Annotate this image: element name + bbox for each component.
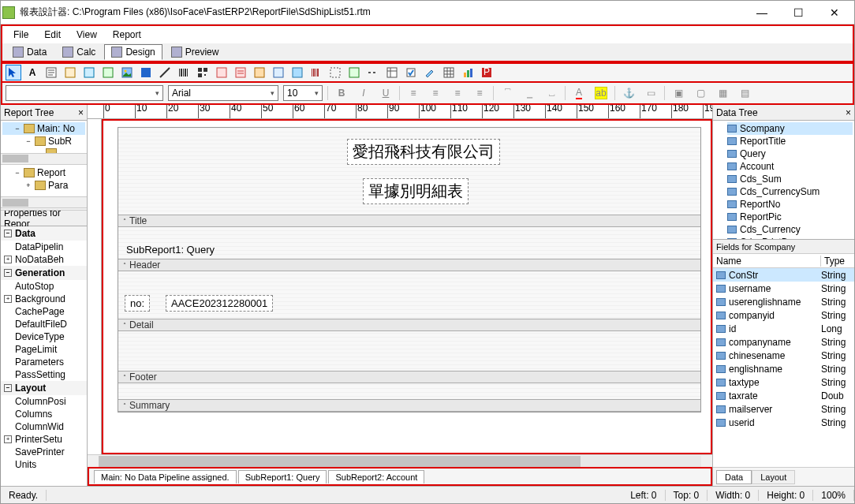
dbcalc-tool[interactable] (271, 65, 286, 80)
data-tree-close-icon[interactable]: × (846, 107, 851, 118)
align-left-button[interactable]: ≡ (405, 85, 422, 101)
report-company-text[interactable]: 愛招飛科技有限公司 (347, 139, 500, 165)
dbbarcode-tool[interactable] (308, 65, 324, 80)
font-combo[interactable]: Arial▾ (168, 85, 278, 101)
valign-top-button[interactable]: ⎴ (498, 85, 516, 101)
dbrichtext-tool[interactable] (252, 65, 267, 80)
col-name[interactable]: Name (713, 256, 821, 267)
minimize-button[interactable]: — (744, 1, 780, 24)
field-row[interactable]: mailserverString (713, 402, 854, 416)
report-title-text[interactable]: 單據別明細表 (363, 178, 469, 204)
memo-tool[interactable] (43, 65, 59, 80)
report-tree[interactable]: −Main: No −SubR (1, 121, 87, 153)
report-tree-lower[interactable]: −Report +Para (1, 164, 87, 197)
subtab-main[interactable]: Main: No Data Pipeline assigned. (94, 470, 237, 483)
maximize-button[interactable]: ☐ (780, 1, 816, 24)
subtab-sr1[interactable]: SubReport1: Query (238, 470, 327, 483)
band-detail-header[interactable]: ˄Detail (118, 319, 700, 331)
subreport1-label[interactable]: SubReport1: Query (121, 242, 219, 257)
group-button[interactable]: ▦ (714, 85, 731, 101)
report-tree-hscroll[interactable] (1, 153, 87, 164)
report-tree-close-icon[interactable]: × (78, 107, 84, 118)
bring-front-button[interactable]: ▣ (670, 85, 687, 101)
send-back-button[interactable]: ▢ (692, 85, 709, 101)
design-surface[interactable]: 愛招飛科技有限公司 單據別明細表 ˄Title SubReport1: Quer… (102, 119, 712, 454)
menu-report[interactable]: Report (105, 28, 149, 42)
band-footer-header[interactable]: ˄Footer (118, 371, 700, 383)
field-row[interactable]: ConStrString (713, 268, 854, 282)
ungroup-button[interactable]: ▤ (736, 85, 753, 101)
crosstab-tool[interactable] (384, 65, 400, 80)
field-row[interactable]: taxrateDoub (713, 389, 854, 402)
field-row[interactable]: usernameString (713, 282, 854, 295)
data-tree-node[interactable]: Cds_CurrencySum (727, 185, 853, 198)
canvas-hscroll[interactable] (88, 454, 712, 467)
dbtext-tool[interactable] (214, 65, 230, 80)
align-right-button[interactable]: ≡ (449, 85, 466, 101)
bold-button[interactable]: B (333, 85, 350, 101)
tab-calc[interactable]: Calc (55, 44, 103, 60)
data-tree-node[interactable]: Cds_Currency (727, 223, 853, 236)
data-tree-node[interactable]: ReportPic (727, 211, 853, 223)
region-tool[interactable] (327, 65, 343, 80)
no-label[interactable]: no: (125, 295, 150, 312)
fontsize-combo[interactable]: 10▾ (283, 85, 323, 101)
data-tree-node[interactable]: Cds_Sum (727, 173, 853, 185)
no-value[interactable]: AACE202312280001 (166, 295, 273, 312)
align-justify-button[interactable]: ≡ (471, 85, 488, 101)
paintbox-tool[interactable] (422, 65, 438, 80)
valign-middle-button[interactable]: ⎯ (521, 85, 538, 101)
tab-data[interactable]: Data (6, 44, 54, 60)
select-tool[interactable] (6, 65, 21, 80)
table-tool[interactable] (441, 65, 457, 80)
data-tree[interactable]: ScompanyReportTitleQueryAccountCds_SumCd… (713, 121, 854, 239)
subreport-tool[interactable] (346, 65, 362, 80)
field-row[interactable]: taxtypeString (713, 375, 854, 389)
field-row[interactable]: companyidString (713, 308, 854, 322)
fields-list[interactable]: ConStrStringusernameStringuserenglishnam… (713, 268, 854, 467)
data-tree-node[interactable]: ReportTitle (727, 135, 853, 147)
line-tool[interactable] (157, 65, 173, 80)
variable-tool[interactable] (100, 65, 116, 80)
tab-design[interactable]: Design (104, 44, 162, 60)
subtab-sr2[interactable]: SubReport2: Account (328, 470, 424, 483)
sysvar-tool[interactable] (81, 65, 97, 80)
data-tree-node[interactable]: ReportNo (727, 198, 853, 211)
dbmemo-tool[interactable] (233, 65, 248, 80)
field-row[interactable]: companynameString (713, 335, 854, 349)
barcode-tool[interactable] (176, 65, 192, 80)
col-type[interactable]: Type (821, 256, 854, 267)
underline-button[interactable]: U (377, 85, 394, 101)
pagebreak-tool[interactable] (365, 65, 381, 80)
rtab-data[interactable]: Data (716, 470, 752, 484)
richtext-tool[interactable] (62, 65, 78, 80)
italic-button[interactable]: I (355, 85, 372, 101)
anchor-button[interactable]: ⚓ (620, 85, 637, 101)
valign-bottom-button[interactable]: ⎵ (543, 85, 560, 101)
data-tree-node[interactable]: Scompany (727, 122, 853, 135)
border-button[interactable]: ▭ (642, 85, 659, 101)
field-row[interactable]: idLong (713, 322, 854, 335)
checkbox-tool[interactable] (403, 65, 419, 80)
tab-preview[interactable]: Preview (164, 44, 226, 60)
close-button[interactable]: ✕ (816, 1, 853, 24)
menu-view[interactable]: View (69, 28, 105, 42)
band-title-header[interactable]: ˄Title (118, 215, 700, 227)
shape-tool[interactable] (138, 65, 154, 80)
field-row[interactable]: useridString (713, 416, 854, 429)
image-tool[interactable] (119, 65, 135, 80)
font-color-button[interactable]: A (570, 85, 588, 101)
qrcode-tool[interactable] (195, 65, 211, 80)
align-center-button[interactable]: ≡ (427, 85, 444, 101)
field-row[interactable]: chinesenameString (713, 349, 854, 362)
properties-grid[interactable]: −Data DataPipelin +NoDataBeh −Generation… (1, 226, 87, 486)
style-combo[interactable]: ▾ (6, 85, 163, 101)
menu-edit[interactable]: Edit (36, 28, 69, 42)
label-tool[interactable]: A (24, 65, 40, 80)
menu-file[interactable]: File (6, 28, 36, 42)
pdf-tool[interactable]: P (479, 65, 495, 80)
highlight-button[interactable]: ab (592, 85, 610, 101)
field-row[interactable]: userenglishnameString (713, 295, 854, 308)
field-row[interactable]: englishnameString (713, 362, 854, 375)
band-summary-header[interactable]: ˄Summary (118, 399, 700, 412)
